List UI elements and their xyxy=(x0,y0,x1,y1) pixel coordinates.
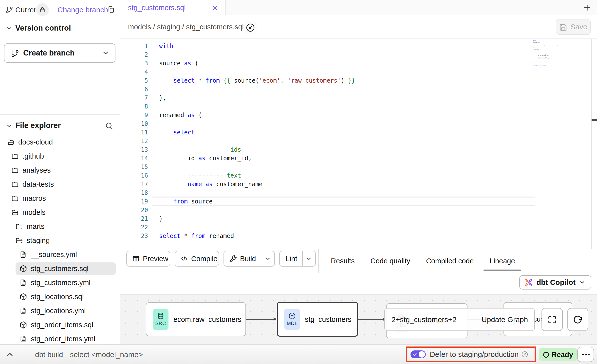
file-tree-item-stg-order-items-sql[interactable]: stg_order_items.sql xyxy=(0,318,120,332)
refresh-icon xyxy=(573,314,583,325)
status-circle-icon xyxy=(543,352,549,358)
breadcrumb-row: models / staging / stg_customers.sql Sav… xyxy=(120,15,597,39)
code-line[interactable]: 7), xyxy=(120,94,597,102)
code-line[interactable]: 5 select * from {{ source('ecom', 'raw_c… xyxy=(120,76,597,85)
panel-tab-label: Code quality xyxy=(371,257,410,265)
file-tree-label: stg_order_items.yml xyxy=(31,335,95,343)
panel-tab-results[interactable]: Results xyxy=(327,249,358,273)
code-line[interactable]: 16 ---------- text xyxy=(120,171,597,180)
lint-button[interactable]: Lint xyxy=(279,251,316,267)
collapse-chevron-up-icon[interactable] xyxy=(5,350,14,359)
file-explorer-header[interactable]: File explorer xyxy=(0,119,120,132)
panel-tab-code-quality[interactable]: Code quality xyxy=(367,249,414,273)
section-divider xyxy=(0,114,120,115)
chevron-down-icon[interactable] xyxy=(303,255,315,262)
minimap[interactable]: with source as ( select * from {{ source… xyxy=(533,40,570,67)
line-number: 18 xyxy=(120,189,148,197)
code-line[interactable]: 17 name as customer_name xyxy=(120,180,597,189)
indent-guide xyxy=(159,68,159,94)
change-branch-link[interactable]: Change branch xyxy=(57,6,108,14)
line-number: 21 xyxy=(120,215,148,223)
copy-icon[interactable] xyxy=(107,5,115,13)
code-line[interactable]: 12 xyxy=(120,137,597,146)
file-tree-item-macros[interactable]: macros xyxy=(0,191,120,205)
code-line[interactable]: 19 from source xyxy=(120,197,597,206)
code-editor[interactable]: 1with2 3source as (4 5 select * from {{ … xyxy=(120,39,597,249)
status-badge: Ready xyxy=(539,348,578,361)
lineage-node-ecom-raw-customers[interactable]: SRCecom.raw_customers xyxy=(146,302,246,336)
fullscreen-button[interactable] xyxy=(541,308,563,331)
code-line[interactable]: 4 xyxy=(120,68,597,76)
lineage-graph[interactable]: SRCecom.raw_customersMDLstg_customersMDL… xyxy=(120,294,597,344)
dbt-copilot-label: dbt Copilot xyxy=(537,278,576,287)
file-tree-item-staging[interactable]: staging xyxy=(0,234,120,248)
defer-toggle[interactable] xyxy=(410,350,426,358)
gauge-icon[interactable] xyxy=(243,21,257,35)
line-number: 12 xyxy=(120,137,148,146)
chevron-down-icon[interactable] xyxy=(261,255,274,262)
new-tab-plus-icon[interactable] xyxy=(583,3,592,12)
line-number: 17 xyxy=(120,180,148,189)
command-input[interactable]: dbt build --select <model_name> xyxy=(35,350,143,359)
code-line[interactable]: 20 xyxy=(120,206,597,215)
compile-button[interactable]: Compile xyxy=(175,251,219,267)
panel-tab-lineage[interactable]: Lineage xyxy=(486,249,518,273)
file-tree: docs-cloud.githubanalysesdata-testsmacro… xyxy=(0,135,120,346)
code-line[interactable]: 18 xyxy=(120,189,597,197)
build-button[interactable]: Build xyxy=(224,251,275,267)
preview-button[interactable]: Preview xyxy=(126,251,170,267)
code-line[interactable]: 2 xyxy=(120,51,597,59)
code-line[interactable]: 6 xyxy=(120,85,597,94)
file-tree-item-stg-customers-sql[interactable]: stg_customers.sql xyxy=(0,262,120,276)
code-line[interactable]: 11 select xyxy=(120,128,597,137)
file-tree-item-analyses[interactable]: analyses xyxy=(0,163,120,177)
lineage-selector-input[interactable]: 2+stg_customers+2 xyxy=(385,309,475,330)
ready-label: Ready xyxy=(552,351,573,359)
line-number: 1 xyxy=(120,42,148,51)
save-button[interactable]: Save xyxy=(556,19,591,35)
scrollbar-thumb[interactable] xyxy=(592,119,597,121)
chevron-down-icon[interactable] xyxy=(102,50,109,56)
panel-tabs: ResultsCode qualityCompiled codeLineage xyxy=(327,249,519,273)
lineage-node-stg-customers[interactable]: MDLstg_customers xyxy=(277,302,358,337)
code-line[interactable]: 3source as ( xyxy=(120,59,597,68)
status-bar: dbt build --select <model_name> Defer to… xyxy=(0,344,597,364)
file-tree-item-stg-locations-sql[interactable]: stg_locations.sql xyxy=(0,290,120,304)
file-tree-item--github[interactable]: .github xyxy=(0,149,120,163)
code-line[interactable]: 15 xyxy=(120,163,597,171)
more-options-button[interactable] xyxy=(577,347,594,362)
code-line[interactable]: 14 id as customer_id, xyxy=(120,154,597,163)
code-line[interactable]: 23select * from renamed xyxy=(120,232,597,240)
file-tree-item-docs-cloud[interactable]: docs-cloud xyxy=(0,135,120,149)
editor-scrollbar[interactable] xyxy=(591,39,597,249)
code-line[interactable]: 21) xyxy=(120,215,597,223)
search-icon[interactable] xyxy=(105,122,113,130)
panel-tab-compiled-code[interactable]: Compiled code xyxy=(423,249,477,273)
file-tree-item-marts[interactable]: marts xyxy=(0,219,120,234)
close-icon[interactable] xyxy=(211,4,218,11)
code-line[interactable]: 1with xyxy=(120,42,597,51)
toolbar-divider xyxy=(318,249,319,273)
code-line[interactable]: 10 xyxy=(120,120,597,128)
update-graph-button[interactable]: Update Graph xyxy=(475,309,534,330)
folder-icon xyxy=(11,181,19,188)
code-line[interactable]: 9renamed as ( xyxy=(120,111,597,120)
file-tree-item-stg-customers-yml[interactable]: stg_customers.yml xyxy=(0,276,120,290)
tab-stg-customers-sql[interactable]: stg_customers.sql xyxy=(120,0,226,16)
file-tree-item-data-tests[interactable]: data-tests xyxy=(0,177,120,191)
file-tree-item-models[interactable]: models xyxy=(0,205,120,219)
file-icon xyxy=(19,251,27,258)
file-tree-item--sources-yml[interactable]: __sources.yml xyxy=(0,248,120,262)
help-icon[interactable] xyxy=(521,351,528,358)
code-line[interactable]: 22 xyxy=(120,223,597,232)
refresh-button[interactable] xyxy=(567,308,588,331)
version-control-header[interactable]: Version control xyxy=(0,22,120,35)
file-tree-item-stg-order-items-yml[interactable]: stg_order_items.yml xyxy=(0,332,120,346)
file-tree-label: docs-cloud xyxy=(18,138,53,146)
dbt-copilot-button[interactable]: dbt Copilot xyxy=(519,275,591,290)
code-line[interactable]: 13 ---------- ids xyxy=(120,146,597,154)
file-tree-item-stg-locations-yml[interactable]: stg_locations.yml xyxy=(0,304,120,318)
sidebar: Current Change branch Version control Cr… xyxy=(0,0,120,344)
code-line[interactable]: 8 xyxy=(120,102,597,111)
create-branch-button[interactable]: Create branch xyxy=(4,43,115,63)
